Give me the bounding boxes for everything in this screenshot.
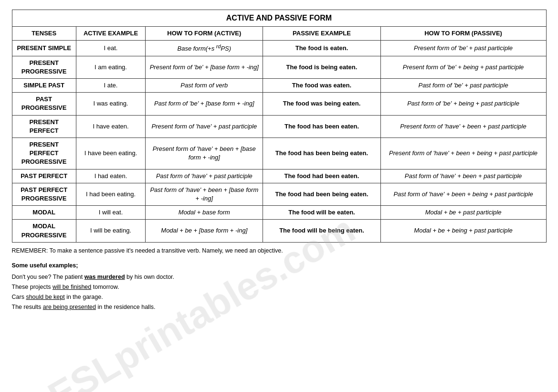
table-row: MODAL I will eat. Modal + base form The … xyxy=(12,206,546,220)
passive-example: The food is eaten. xyxy=(263,41,380,56)
tense-cell: PRESENT PERFECT xyxy=(12,115,76,138)
examples-list: Don't you see? The patient was murdered … xyxy=(12,272,547,313)
how-to-form-active: Modal + be + [base form + -ing] xyxy=(146,220,263,242)
how-to-form-passive: Past form of 'have' + been + past partic… xyxy=(380,169,546,183)
tense-cell: MODAL PROGRESSIVE xyxy=(12,220,76,242)
how-to-form-passive: Present form of 'be' + being + past part… xyxy=(380,56,546,78)
table-row: PRESENT PROGRESSIVE I am eating. Present… xyxy=(12,56,546,78)
active-example: I will be eating. xyxy=(76,220,145,242)
how-to-form-active: Past form of 'have' + past participle xyxy=(146,169,263,183)
tense-cell: PAST PERFECT xyxy=(12,169,76,183)
tense-cell: PAST PROGRESSIVE xyxy=(12,93,76,115)
how-to-form-active: Past form of 'be' + [base form + -ing] xyxy=(146,93,263,115)
tense-cell: PAST PERFECT PROGRESSIVE xyxy=(12,183,76,205)
how-to-form-active: Present form of 'be' + [base form + -ing… xyxy=(146,56,263,78)
example-item: Cars should be kept in the garage. xyxy=(12,292,547,302)
passive-example: The food is being eaten. xyxy=(263,56,380,78)
remember-text: REMEMBER: To make a sentence passive it'… xyxy=(12,247,283,254)
passive-example: The food had been being eaten. xyxy=(263,183,380,205)
page-wrapper: ACTIVE AND PASSIVE FORM TENSES ACTIVE EX… xyxy=(12,10,547,313)
tense-cell: PRESENT PROGRESSIVE xyxy=(12,56,76,78)
table-row: PRESENT PERFECT I have eaten. Present fo… xyxy=(12,115,546,138)
remember-section: REMEMBER: To make a sentence passive it'… xyxy=(12,246,547,255)
how-to-form-active: Present form of 'have' + past participle xyxy=(146,115,263,138)
how-to-form-passive: Present form of 'be' + past participle xyxy=(380,41,546,56)
how-to-form-active: Past form of 'have' + been + [base form … xyxy=(146,183,263,205)
table-row: PRESENT SIMPLE I eat. Base form(+s rdPS)… xyxy=(12,41,546,56)
how-to-form-passive: Past form of 'have' + been + being + pas… xyxy=(380,183,546,205)
passive-example: The food was being eaten. xyxy=(263,93,380,115)
table-row: PAST PROGRESSIVE I was eating. Past form… xyxy=(12,93,546,115)
examples-title: Some useful examples; xyxy=(12,261,547,271)
header-how-to-form-passive: HOW TO FORM (PASSIVE) xyxy=(380,27,546,41)
header-row: TENSES ACTIVE EXAMPLE HOW TO FORM (ACTIV… xyxy=(12,27,546,41)
active-example: I will eat. xyxy=(76,206,145,220)
passive-example: The food had been eaten. xyxy=(263,169,380,183)
passive-example: The food will be eaten. xyxy=(263,206,380,220)
main-title: ACTIVE AND PASSIVE FORM xyxy=(12,10,547,26)
example-item: Don't you see? The patient was murdered … xyxy=(12,272,547,282)
active-example: I have eaten. xyxy=(76,115,145,138)
how-to-form-passive: Present form of 'have' + been + being + … xyxy=(380,138,546,170)
active-example: I eat. xyxy=(76,41,145,56)
table-row: MODAL PROGRESSIVE I will be eating. Moda… xyxy=(12,220,546,242)
how-to-form-passive: Modal + be + past participle xyxy=(380,206,546,220)
active-example: I had been eating. xyxy=(76,183,145,205)
header-how-to-form-active: HOW TO FORM (ACTIVE) xyxy=(146,27,263,41)
header-tenses: TENSES xyxy=(12,27,76,41)
passive-example: The food was eaten. xyxy=(263,79,380,93)
header-active-example: ACTIVE EXAMPLE xyxy=(76,27,145,41)
tense-cell: MODAL xyxy=(12,206,76,220)
how-to-form-active: Modal + base form xyxy=(146,206,263,220)
tense-cell: PRESENT PERFECT PROGRESSIVE xyxy=(12,138,76,170)
passive-example: The food has been being eaten. xyxy=(263,138,380,170)
how-to-form-passive: Past form of 'be' + being + past partici… xyxy=(380,93,546,115)
active-example: I was eating. xyxy=(76,93,145,115)
tense-cell: SIMPLE PAST xyxy=(12,79,76,93)
how-to-form-passive: Modal + be + being + past participle xyxy=(380,220,546,242)
how-to-form-passive: Past form of 'be' + past participle xyxy=(380,79,546,93)
example-item: The results are being presented in the r… xyxy=(12,302,547,312)
table-row: PAST PERFECT I had eaten. Past form of '… xyxy=(12,169,546,183)
how-to-form-active: Base form(+s rdPS) xyxy=(146,41,263,56)
how-to-form-active: Present form of 'have' + been + [base fo… xyxy=(146,138,263,170)
tense-cell: PRESENT SIMPLE xyxy=(12,41,76,56)
active-example: I had eaten. xyxy=(76,169,145,183)
table-row: PAST PERFECT PROGRESSIVE I had been eati… xyxy=(12,183,546,205)
active-example: I ate. xyxy=(76,79,145,93)
passive-example: The food has been eaten. xyxy=(263,115,380,138)
grammar-table: TENSES ACTIVE EXAMPLE HOW TO FORM (ACTIV… xyxy=(12,26,547,243)
example-item: These projects will be finished tomorrow… xyxy=(12,282,547,292)
examples-section: Some useful examples; Don't you see? The… xyxy=(12,261,547,312)
how-to-form-passive: Present form of 'have' + been + past par… xyxy=(380,115,546,138)
active-example: I have been eating. xyxy=(76,138,145,170)
table-row: PRESENT PERFECT PROGRESSIVE I have been … xyxy=(12,138,546,170)
passive-example: The food will be being eaten. xyxy=(263,220,380,242)
table-row: SIMPLE PAST I ate. Past form of verb The… xyxy=(12,79,546,93)
how-to-form-active: Past form of verb xyxy=(146,79,263,93)
header-passive-example: PASSIVE EXAMPLE xyxy=(263,27,380,41)
active-example: I am eating. xyxy=(76,56,145,78)
